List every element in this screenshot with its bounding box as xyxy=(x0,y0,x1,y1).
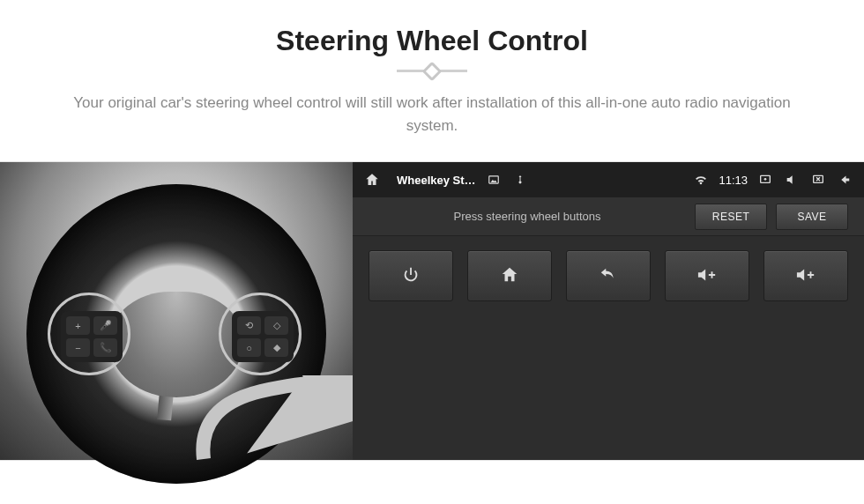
hint-text: Press steering wheel buttons xyxy=(369,210,686,223)
func-power[interactable] xyxy=(369,250,453,301)
func-volume-up-2[interactable] xyxy=(763,250,848,301)
screenshot-icon[interactable] xyxy=(756,171,774,189)
wheel-btn: + xyxy=(66,316,90,335)
wheel-btn: ⟲ xyxy=(237,316,261,335)
wheel-btn: 🎤 xyxy=(93,316,117,335)
highlight-ring-left: + 🎤 − 📞 xyxy=(48,293,130,375)
wheel-btn: ◆ xyxy=(264,338,288,357)
usb-icon xyxy=(511,171,529,189)
save-button[interactable]: SAVE xyxy=(776,204,848,230)
product-figure: + 🎤 − 📞 ⟲ ◇ ○ ◆ xyxy=(0,161,864,461)
highlight-ring-right: ⟲ ◇ ○ ◆ xyxy=(219,293,302,375)
back-icon xyxy=(597,265,620,287)
page-title: Steering Wheel Control xyxy=(0,25,864,57)
wheel-button-pad-left: + 🎤 − 📞 xyxy=(61,311,123,362)
power-icon xyxy=(401,265,421,287)
svg-point-2 xyxy=(764,178,767,181)
wheel-btn: 📞 xyxy=(93,338,117,357)
home-icon xyxy=(500,265,519,287)
back-icon[interactable] xyxy=(836,171,853,189)
home-icon[interactable] xyxy=(363,171,381,189)
function-buttons-row xyxy=(353,236,864,315)
volume-up-icon xyxy=(696,265,719,287)
headunit-screen: Wheelkey St… 11:13 xyxy=(353,162,864,460)
page-subtitle: Your original car's steering wheel contr… xyxy=(71,92,793,137)
wheel-btn: ◇ xyxy=(264,316,288,335)
clock: 11:13 xyxy=(719,174,748,187)
mute-icon[interactable] xyxy=(783,171,801,189)
steering-wheel-photo: + 🎤 − 📞 ⟲ ◇ ○ ◆ xyxy=(0,162,353,460)
func-home[interactable] xyxy=(467,250,552,301)
status-bar: Wheelkey St… 11:13 xyxy=(353,162,864,197)
wheel-button-pad-right: ⟲ ◇ ○ ◆ xyxy=(232,311,294,362)
wheel-btn: ○ xyxy=(237,338,261,357)
app-title: Wheelkey St… xyxy=(397,174,476,187)
close-icon[interactable] xyxy=(809,171,827,189)
func-volume-up-1[interactable] xyxy=(665,250,749,301)
title-divider xyxy=(397,70,467,72)
toolbar: Press steering wheel buttons RESET SAVE xyxy=(353,197,864,236)
volume-up-icon xyxy=(794,265,817,287)
wifi-icon xyxy=(692,171,710,189)
image-icon xyxy=(485,171,503,189)
reset-button[interactable]: RESET xyxy=(695,204,767,230)
func-back[interactable] xyxy=(566,250,651,301)
wheel-btn: − xyxy=(66,338,90,357)
